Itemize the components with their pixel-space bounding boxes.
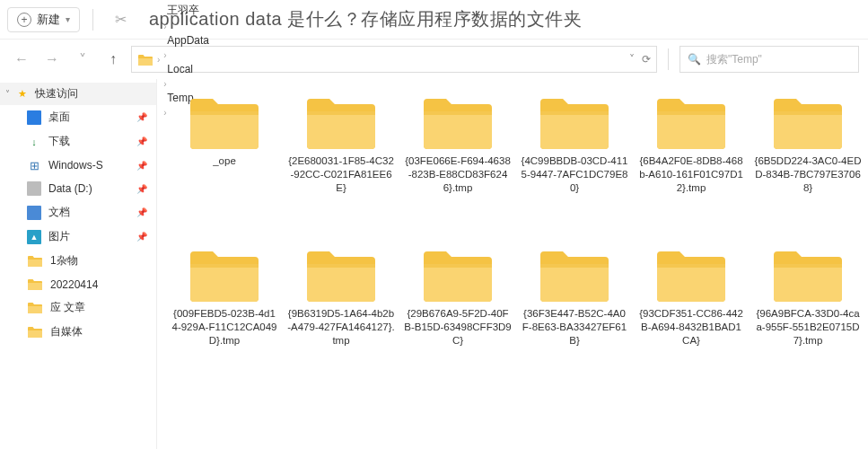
folder-icon	[538, 244, 611, 305]
chevron-down-icon: ˅	[5, 89, 10, 99]
pin-icon: 📌	[136, 232, 147, 242]
sidebar-item-label: 自媒体	[50, 324, 83, 339]
separator	[92, 9, 93, 31]
folder-label: _ope	[213, 154, 236, 168]
address-bar[interactable]: › 王羽卒›AppData›Local›Temp› ˅ ⟳	[131, 46, 657, 73]
sidebar-item-label: 桌面	[48, 110, 70, 125]
breadcrumb-segment[interactable]: Local	[163, 61, 213, 77]
breadcrumb-segment[interactable]: 王羽卒	[163, 1, 213, 20]
folder-icon	[27, 277, 43, 291]
chevron-right-icon: ›	[163, 50, 166, 60]
refresh-icon[interactable]: ⟳	[642, 53, 651, 66]
ribbon-toolbar: + 新建 ▾ ✂ application data 是什么？存储应用程序数据的文…	[0, 0, 868, 40]
sidebar-item[interactable]: ⊞Windows-S📌	[0, 154, 156, 177]
folder-item[interactable]: {03FE066E-F694-4638-823B-E88CD83F6246}.t…	[399, 88, 516, 241]
folder-icon	[27, 301, 43, 314]
sidebar-item[interactable]: Data (D:)📌	[0, 177, 156, 200]
sidebar-item-label: 文档	[48, 205, 70, 220]
folder-label: {93CDF351-CC86-442B-A694-8432B1BAD1CA}	[637, 307, 745, 348]
cut-icon[interactable]: ✂	[106, 5, 135, 34]
folder-icon	[137, 53, 153, 66]
folder-item[interactable]: {29B676A9-5F2D-40FB-B15D-63498CFF3D9C}	[399, 241, 516, 393]
folder-item[interactable]: {4C99BBDB-03CD-4115-9447-7AFC1DC79E80}	[516, 88, 633, 241]
folder-label: {6B4A2F0E-8DB8-468b-A610-161F01C97D12}.t…	[637, 154, 745, 195]
folder-label: {009FEBD5-023B-4d14-929A-F11C12CA049D}.t…	[171, 307, 278, 348]
file-view[interactable]: _ope{2E680031-1F85-4C32-92CC-C021FA81EE6…	[157, 79, 868, 449]
back-button[interactable]: ←	[9, 47, 34, 72]
sidebar-item-label: 1杂物	[50, 253, 78, 269]
chevron-right-icon: ›	[163, 22, 166, 31]
new-button[interactable]: + 新建 ▾	[7, 7, 80, 32]
plus-icon: +	[17, 13, 31, 27]
folder-label: {6B5DD224-3AC0-4EDD-834B-7BC797E37068}	[754, 154, 862, 195]
windows-icon: ⊞	[27, 158, 41, 172]
folder-label: {4C99BBDB-03CD-4115-9447-7AFC1DC79E80}	[521, 154, 628, 195]
page-title: application data 是什么？存储应用程序数据的文件夹	[149, 7, 582, 31]
pin-icon: 📌	[136, 136, 147, 146]
folder-icon	[188, 92, 261, 153]
star-icon: ★	[15, 87, 30, 101]
sidebar-item[interactable]: ▲图片📌	[0, 224, 156, 249]
folder-item[interactable]: {93CDF351-CC86-442B-A694-8432B1BAD1CA}	[633, 241, 750, 393]
download-icon: ↓	[27, 135, 41, 149]
folder-label: {36F3E447-B52C-4A0F-8E63-BA33427EF61B}	[521, 307, 628, 348]
folder-item[interactable]: {009FEBD5-023B-4d14-929A-F11C12CA049D}.t…	[166, 241, 283, 393]
sidebar-item[interactable]: 桌面📌	[0, 105, 156, 129]
sidebar-item[interactable]: ↓下载📌	[0, 129, 156, 154]
pictures-icon: ▲	[27, 230, 41, 244]
folder-item[interactable]: {6B4A2F0E-8DB8-468b-A610-161F01C97D12}.t…	[633, 88, 750, 241]
search-icon: 🔍	[688, 53, 701, 66]
chevron-down-icon: ▾	[66, 14, 70, 24]
folder-label: {96A9BFCA-33D0-4caa-955F-551B2E0715D7}.t…	[754, 307, 862, 348]
folder-label: {03FE066E-F694-4638-823B-E88CD83F6246}.t…	[404, 154, 512, 195]
folder-icon	[27, 325, 43, 339]
separator	[668, 48, 669, 70]
folder-item[interactable]: {96A9BFCA-33D0-4caa-955F-551B2E0715D7}.t…	[750, 241, 866, 393]
chevron-down-icon[interactable]: ˅	[70, 47, 95, 72]
desktop-icon	[27, 110, 41, 125]
chevron-right-icon: ›	[157, 55, 160, 65]
sidebar-item[interactable]: 20220414	[0, 273, 156, 295]
folder-icon	[421, 92, 495, 153]
search-box[interactable]: 🔍	[679, 46, 859, 73]
forward-button[interactable]: →	[39, 47, 65, 72]
folder-icon	[27, 254, 43, 268]
sidebar: ˅ ★ 快速访问 桌面📌↓下载📌⊞Windows-S📌Data (D:)📌文档📌…	[0, 79, 157, 449]
folder-item[interactable]: {36F3E447-B52C-4A0F-8E63-BA33427EF61B}	[516, 241, 633, 393]
pin-icon: 📌	[136, 161, 147, 171]
sidebar-item[interactable]: 1杂物	[0, 249, 156, 273]
folder-icon	[654, 244, 728, 305]
sidebar-item-label: 图片	[48, 229, 70, 244]
folder-label: {9B6319D5-1A64-4b2b-A479-427FA1464127}.t…	[287, 307, 395, 348]
folder-label: {29B676A9-5F2D-40FB-B15D-63498CFF3D9C}	[404, 307, 512, 348]
folder-icon	[771, 244, 845, 305]
drive-icon	[27, 181, 41, 196]
folder-item[interactable]: _ope	[166, 88, 283, 241]
sidebar-item-label: Windows-S	[48, 159, 103, 172]
chevron-down-icon[interactable]: ˅	[629, 53, 635, 66]
folder-icon	[304, 92, 378, 153]
folder-item[interactable]: {6B5DD224-3AC0-4EDD-834B-7BC797E37068}	[750, 88, 866, 241]
sidebar-root-label: 快速访问	[35, 86, 78, 101]
new-button-label: 新建	[37, 12, 60, 28]
document-icon	[27, 206, 41, 220]
folder-icon	[538, 92, 611, 153]
folder-label: {2E680031-1F85-4C32-92CC-C021FA81EE6E}	[287, 154, 395, 195]
folder-item[interactable]: {9B6319D5-1A64-4b2b-A479-427FA1464127}.t…	[283, 241, 399, 393]
search-input[interactable]	[706, 53, 851, 66]
folder-icon	[771, 92, 845, 153]
sidebar-item[interactable]: 自媒体	[0, 320, 156, 344]
folder-icon	[304, 244, 378, 305]
up-button[interactable]: ↑	[101, 47, 126, 72]
sidebar-item[interactable]: 应 文章	[0, 295, 156, 320]
breadcrumb-segment[interactable]: AppData	[163, 32, 213, 48]
folder-item[interactable]: {2E680031-1F85-4C32-92CC-C021FA81EE6E}	[283, 88, 399, 241]
pin-icon: 📌	[136, 112, 147, 122]
sidebar-quick-access[interactable]: ˅ ★ 快速访问	[0, 83, 156, 105]
sidebar-item-label: Data (D:)	[48, 182, 92, 195]
sidebar-item[interactable]: 文档📌	[0, 200, 156, 224]
pin-icon: 📌	[136, 207, 147, 217]
folder-icon	[421, 244, 495, 305]
sidebar-item-label: 20220414	[50, 278, 98, 291]
sidebar-item-label: 应 文章	[50, 300, 85, 315]
